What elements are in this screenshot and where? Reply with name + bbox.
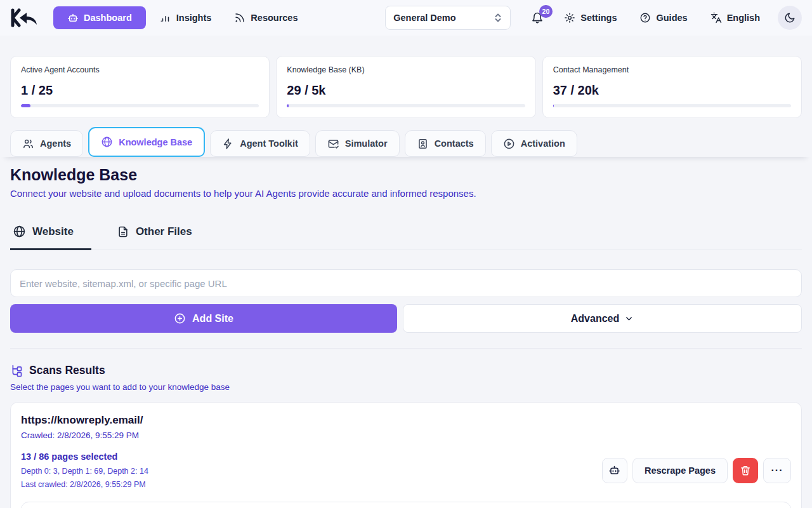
contact-card-icon [417,138,429,150]
robot-icon [67,12,79,23]
robot-icon [608,464,620,476]
tab-label: Agents [40,138,71,149]
nav-insights-label: Insights [176,13,212,23]
play-circle-icon [503,138,515,150]
actions-row: Add Site Advanced [10,304,802,333]
stat-value: 29 / 5k [287,83,525,98]
gear-icon [564,12,575,23]
add-site-button[interactable]: Add Site [10,304,397,333]
website-url-input[interactable] [10,269,802,297]
progress-track [287,104,525,107]
page-title: Knowledge Base [10,166,802,184]
subtab-label: Other Files [136,225,192,238]
progress-fill [21,104,30,107]
tab-activation[interactable]: Activation [491,130,577,157]
site-selection-info: 13 / 86 pages selected Depth 0: 3, Depth… [21,451,148,489]
site-crawled-date: Crawled: 2/8/2026, 9:55:29 PM [21,431,791,440]
reply-arrow-icon [20,13,37,25]
dark-mode-toggle[interactable] [778,6,802,30]
page-subtitle: Connect your website and upload document… [10,188,802,199]
more-options-button[interactable]: ··· [763,458,791,483]
globe-icon [101,136,113,148]
nav-dashboard-label: Dashboard [84,13,132,23]
scans-results-title: Scans Results [29,364,105,377]
main-tabstrip: Agents Knowledge Base Agent Toolkit [0,127,812,157]
nav-dashboard[interactable]: Dashboard [53,6,146,29]
rss-icon [234,12,246,23]
plus-circle-icon [174,312,186,324]
workspace-select-value: General Demo [393,13,455,23]
tab-contacts[interactable]: Contacts [405,130,486,157]
tab-agent-toolkit[interactable]: Agent Toolkit [210,130,310,157]
tab-label: Simulator [345,138,388,149]
subtab-website[interactable]: Website [10,217,91,250]
progress-track [21,104,259,107]
scanned-pages-panel: Transform Your No-Reply Emails with AI |… [21,502,791,508]
section-divider [10,348,802,349]
site-info-row: 13 / 86 pages selected Depth 0: 3, Depth… [21,451,791,489]
scans-results-header: Scans Results [10,364,802,377]
chevron-up-down-icon [494,13,502,23]
nav-settings[interactable]: Settings [555,7,625,29]
stat-label: Active Agent Accounts [21,65,259,74]
notifications-button[interactable]: 20 [525,8,550,28]
tab-agents[interactable]: Agents [10,130,83,157]
scanned-site-card: https://knowreply.email/ Crawled: 2/8/20… [10,402,802,508]
last-crawled-date: Last crawled: 2/8/2026, 9:55:29 PM [21,480,148,489]
list-tree-icon [10,364,23,377]
help-circle-icon [639,12,651,23]
advanced-button[interactable]: Advanced [403,304,802,333]
nav-guides-label: Guides [656,13,687,23]
globe-icon [13,225,26,238]
tab-label: Contacts [435,138,474,149]
kb-subtabs: Website Other Files [10,217,802,250]
stat-label: Contact Management [553,65,791,74]
depth-breakdown: Depth 0: 3, Depth 1: 69, Depth 2: 14 [21,467,148,476]
tab-simulator[interactable]: Simulator [315,130,400,157]
knowreply-logo[interactable] [10,8,39,27]
add-site-label: Add Site [192,313,233,324]
languages-icon [710,12,722,23]
nav-language-label: English [727,13,760,23]
stat-label: Knowledge Base (KB) [287,65,525,74]
stat-value: 37 / 20k [553,83,791,98]
nav-settings-label: Settings [580,13,617,23]
workspace-select[interactable]: General Demo [385,6,511,30]
progress-fill [553,104,554,107]
rescrape-pages-button[interactable]: Rescrape Pages [632,458,728,483]
delete-site-button[interactable] [733,458,758,483]
subtab-label: Website [32,225,74,238]
navbar: Dashboard Insights Resources General Dem… [0,0,812,36]
nav-guides[interactable]: Guides [631,7,696,29]
notifications-badge: 20 [539,5,553,18]
nav-resources[interactable]: Resources [225,7,306,29]
agent-assign-button[interactable] [602,458,627,483]
main-tabs-wrap: Agents Knowledge Base Agent Toolkit [0,127,812,157]
site-url: https://knowreply.email/ [21,414,791,427]
stat-card-agents: Active Agent Accounts 1 / 25 [10,56,270,118]
tab-label: Knowledge Base [119,137,192,147]
main-content: Knowledge Base Connect your website and … [0,166,812,508]
zap-icon [222,138,234,150]
stat-card-contacts: Contact Management 37 / 20k [542,56,802,118]
mail-check-icon [327,138,339,150]
chevron-down-icon [624,314,634,323]
file-text-icon [117,225,129,238]
nav-insights[interactable]: Insights [151,7,221,29]
trash-icon [740,465,751,476]
app-root: Dashboard Insights Resources General Dem… [0,0,812,508]
scans-results-subtitle: Select the pages you want to add to your… [10,382,802,392]
tab-knowledge-base[interactable]: Knowledge Base [88,127,205,157]
users-icon [22,138,34,150]
stats-row: Active Agent Accounts 1 / 25 Knowledge B… [0,36,812,118]
stat-value: 1 / 25 [21,83,259,98]
pages-selected-count: 13 / 86 pages selected [21,451,148,462]
advanced-label: Advanced [571,313,619,324]
tab-label: Agent Toolkit [240,138,298,149]
nav-resources-label: Resources [251,13,298,23]
bar-chart-icon [160,12,171,23]
site-card-actions: Rescrape Pages ··· [602,458,791,483]
tab-label: Activation [521,138,565,149]
subtab-other-files[interactable]: Other Files [114,217,210,250]
nav-language[interactable]: English [702,7,769,29]
